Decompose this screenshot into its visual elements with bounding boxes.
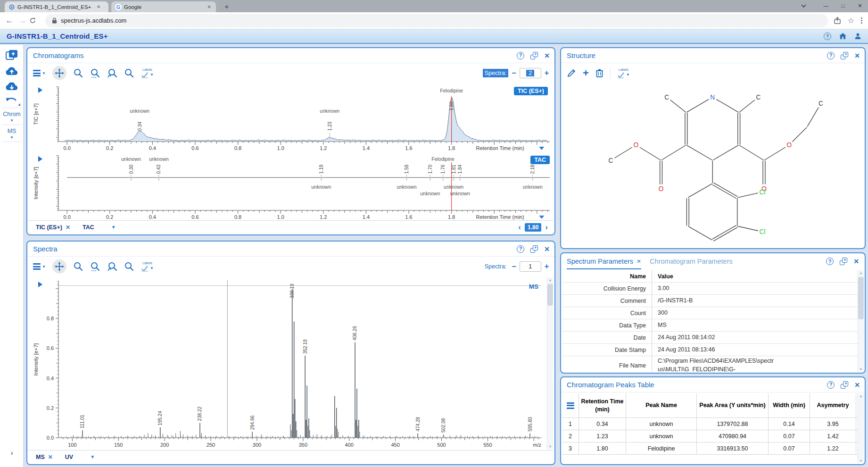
panel-popout-icon[interactable]: +: [841, 381, 848, 389]
panel-close-icon[interactable]: ✕: [544, 246, 550, 252]
spectra-increment-button[interactable]: +: [545, 69, 549, 77]
zoom-reset-button[interactable]: [124, 68, 134, 78]
tab-tac[interactable]: TAC: [75, 224, 99, 231]
panel-help-icon[interactable]: ?: [827, 52, 835, 59]
panel-close-icon[interactable]: ✕: [544, 52, 550, 59]
spectra-decrement-button[interactable]: −: [512, 69, 516, 77]
scroll-thumb[interactable]: [547, 284, 553, 306]
new-tab-button[interactable]: +: [222, 2, 232, 11]
panel-help-icon[interactable]: ?: [827, 381, 835, 389]
zoom-in-button[interactable]: [73, 261, 83, 272]
tab-close-icon[interactable]: ✕: [66, 224, 70, 231]
zoom-reset-button[interactable]: [124, 261, 134, 272]
zoom-out-button[interactable]: [107, 68, 117, 78]
browser-tab-spectrus[interactable]: G-INSTR1-B_1_Centroid_ES+ - Sp ✕: [5, 1, 108, 12]
chrome-menu-icon[interactable]: [861, 17, 862, 25]
tac-badge[interactable]: TAC: [530, 156, 550, 164]
spectra-decrement-button[interactable]: −: [512, 262, 516, 271]
panel-popout-icon[interactable]: +: [530, 52, 538, 59]
sidebar-item-ms[interactable]: MS: [0, 126, 24, 136]
spectra-count-input[interactable]: 1: [520, 261, 541, 272]
delete-structure-button[interactable]: [595, 68, 603, 78]
scroll-down-icon[interactable]: ▼: [547, 445, 553, 448]
tabs-dropdown-caret[interactable]: ▼: [90, 454, 95, 459]
next-peak-button[interactable]: ›: [545, 223, 548, 232]
column-header[interactable]: Peak Area (Y units*min): [697, 393, 769, 417]
scroll-thumb[interactable]: [858, 277, 864, 319]
panel-help-icon[interactable]: ?: [826, 258, 834, 265]
labels-toggle[interactable]: Labels ▼: [141, 261, 154, 272]
minimize-button[interactable]: —: [818, 0, 834, 11]
pan-tool-button[interactable]: [52, 66, 66, 80]
tab-chromatogram-parameters[interactable]: Chromatogram Parameters: [650, 258, 733, 265]
panel-popout-icon[interactable]: +: [841, 52, 848, 59]
peaks-scrollbar[interactable]: ▲ ▼: [858, 393, 864, 463]
panel-close-icon[interactable]: ✕: [854, 382, 860, 388]
zoom-region-button[interactable]: [90, 68, 100, 78]
sidebar-expand-button[interactable]: ›: [0, 448, 24, 458]
tabs-dropdown-caret[interactable]: ▼: [111, 225, 116, 230]
prev-peak-button[interactable]: ‹: [518, 223, 521, 232]
parameter-row[interactable]: Comment/G-INSTR1-B: [562, 295, 858, 307]
parameter-row[interactable]: Collision Energy3.00: [562, 283, 858, 295]
menu-button[interactable]: ▼: [33, 69, 46, 78]
sidebar-item-chrom[interactable]: Chrom: [0, 109, 24, 119]
new-document-button[interactable]: [0, 48, 24, 63]
ms-badge[interactable]: MS: [529, 283, 538, 290]
back-button[interactable]: ←: [3, 16, 16, 25]
labels-toggle[interactable]: Labels ▼: [141, 68, 154, 78]
address-bar[interactable]: spectrus-js.acdlabs.com: [45, 14, 828, 27]
column-header[interactable]: Asymmetry: [810, 393, 856, 417]
scroll-down-icon[interactable]: ▼: [858, 459, 864, 462]
tab-close-icon[interactable]: ✕: [207, 4, 212, 9]
peak-row[interactable]: 31.80Felodipine3316913.500.071.221: [562, 442, 858, 455]
scroll-up-icon[interactable]: ▲: [547, 278, 553, 282]
ms-spectrum-chart[interactable]: 0.00.20.40.60.81001502002503003504004505…: [28, 276, 554, 450]
labels-toggle[interactable]: Labels ▼: [617, 68, 630, 78]
ms-dropdown-caret[interactable]: ▼: [0, 135, 24, 140]
tic-badge[interactable]: TIC (ES+): [514, 87, 548, 95]
zoom-region-button[interactable]: [90, 261, 100, 272]
chrom-dropdown-caret[interactable]: ▼: [0, 118, 24, 123]
column-header[interactable]: Retention Time (min): [579, 393, 626, 417]
scroll-up-icon[interactable]: ▲: [858, 271, 864, 275]
peak-row[interactable]: 10.34unknown1379702.880.143.95: [562, 418, 858, 430]
maximize-button[interactable]: □: [835, 0, 851, 11]
peak-row[interactable]: 21.23unknown470980.940.071.42: [562, 430, 858, 442]
user-icon[interactable]: [854, 33, 861, 40]
parameter-row[interactable]: Count300: [562, 307, 858, 319]
parameter-row[interactable]: Date Stamp24 Aug 2011 08:13:46: [562, 344, 858, 356]
current-rt-value[interactable]: 1.80: [525, 223, 541, 232]
refresh-button[interactable]: [29, 17, 42, 24]
menu-button[interactable]: ▼: [33, 262, 46, 271]
tab-close-icon[interactable]: ✕: [48, 454, 53, 460]
parameter-row[interactable]: File NameC:\Program Files\ACD64\EXAMPLES…: [562, 356, 858, 372]
zoom-in-button[interactable]: [73, 68, 83, 78]
tab-close-icon[interactable]: ✕: [96, 4, 101, 9]
tab-close-icon[interactable]: ✕: [637, 258, 641, 265]
scroll-down-icon[interactable]: ▼: [858, 367, 864, 371]
help-icon[interactable]: ?: [824, 33, 831, 40]
tab-tic[interactable]: TIC (ES+)✕: [28, 224, 75, 231]
close-window-button[interactable]: ✕: [852, 0, 868, 11]
browser-tab-google[interactable]: G Google ✕: [111, 1, 216, 12]
table-menu-icon[interactable]: [567, 401, 574, 410]
molecule-structure[interactable]: NCCOOCOOCClCl: [562, 85, 865, 247]
upload-button[interactable]: [0, 65, 24, 78]
panel-close-icon[interactable]: ✕: [854, 52, 860, 59]
pan-tool-button[interactable]: [52, 259, 66, 274]
spectra-increment-button[interactable]: +: [545, 262, 549, 271]
panel-close-icon[interactable]: ✕: [853, 258, 859, 265]
tab-uv[interactable]: UV: [58, 454, 78, 460]
tab-ms[interactable]: MS✕: [28, 454, 58, 460]
edit-structure-button[interactable]: [567, 68, 576, 78]
tab-spectrum-parameters[interactable]: Spectrum Parameters✕: [567, 253, 641, 269]
parameter-row[interactable]: Data TypeMS: [562, 319, 858, 332]
parameter-row[interactable]: Date24 Aug 2011 08:14:02: [562, 332, 858, 344]
undo-button[interactable]: [0, 94, 24, 106]
panel-popout-icon[interactable]: +: [840, 258, 847, 265]
column-header[interactable]: Peak Name: [626, 393, 697, 417]
column-header[interactable]: Width (min): [769, 393, 810, 417]
parameters-scrollbar[interactable]: ▲ ▼: [858, 270, 864, 372]
share-icon[interactable]: [834, 17, 841, 25]
